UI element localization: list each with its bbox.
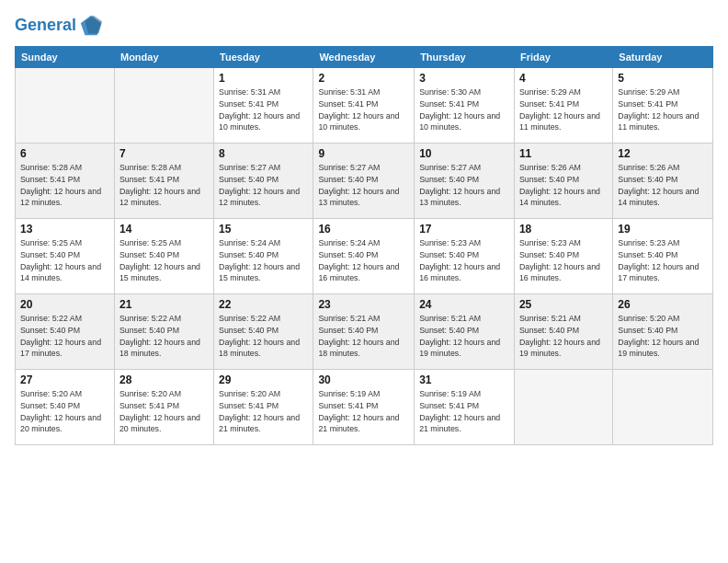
day-info: Sunrise: 5:26 AMSunset: 5:40 PMDaylight:… bbox=[618, 162, 708, 209]
day-number: 5 bbox=[618, 72, 708, 85]
day-number: 10 bbox=[419, 147, 509, 160]
calendar-cell: 27Sunrise: 5:20 AMSunset: 5:40 PMDayligh… bbox=[16, 370, 115, 445]
day-info: Sunrise: 5:20 AMSunset: 5:40 PMDaylight:… bbox=[20, 388, 109, 435]
calendar-week-row: 27Sunrise: 5:20 AMSunset: 5:40 PMDayligh… bbox=[16, 370, 713, 445]
calendar-week-row: 1Sunrise: 5:31 AMSunset: 5:41 PMDaylight… bbox=[16, 68, 713, 144]
day-info: Sunrise: 5:28 AMSunset: 5:41 PMDaylight:… bbox=[20, 162, 109, 209]
calendar-page: General SundayMondayTuesdayWednesdayThur… bbox=[0, 0, 728, 563]
calendar-cell bbox=[16, 68, 115, 144]
calendar-cell: 6Sunrise: 5:28 AMSunset: 5:41 PMDaylight… bbox=[16, 144, 115, 219]
day-number: 24 bbox=[419, 298, 509, 311]
calendar-cell: 12Sunrise: 5:26 AMSunset: 5:40 PMDayligh… bbox=[613, 144, 713, 219]
calendar-cell: 30Sunrise: 5:19 AMSunset: 5:41 PMDayligh… bbox=[313, 370, 415, 445]
day-info: Sunrise: 5:27 AMSunset: 5:40 PMDaylight:… bbox=[419, 162, 509, 209]
day-info: Sunrise: 5:26 AMSunset: 5:40 PMDaylight:… bbox=[519, 162, 608, 209]
day-info: Sunrise: 5:28 AMSunset: 5:41 PMDaylight:… bbox=[119, 162, 209, 209]
calendar-cell: 29Sunrise: 5:20 AMSunset: 5:41 PMDayligh… bbox=[214, 370, 313, 445]
calendar-cell: 4Sunrise: 5:29 AMSunset: 5:41 PMDaylight… bbox=[514, 68, 612, 144]
day-info: Sunrise: 5:24 AMSunset: 5:40 PMDaylight:… bbox=[318, 237, 409, 284]
day-number: 30 bbox=[318, 373, 409, 386]
calendar-cell: 11Sunrise: 5:26 AMSunset: 5:40 PMDayligh… bbox=[514, 144, 612, 219]
day-info: Sunrise: 5:24 AMSunset: 5:40 PMDaylight:… bbox=[219, 237, 308, 284]
day-info: Sunrise: 5:25 AMSunset: 5:40 PMDaylight:… bbox=[20, 237, 109, 284]
calendar-cell: 22Sunrise: 5:22 AMSunset: 5:40 PMDayligh… bbox=[214, 294, 313, 370]
day-number: 4 bbox=[519, 72, 608, 85]
weekday-header-saturday: Saturday bbox=[613, 47, 713, 68]
calendar-cell: 7Sunrise: 5:28 AMSunset: 5:41 PMDaylight… bbox=[114, 144, 213, 219]
calendar-table: SundayMondayTuesdayWednesdayThursdayFrid… bbox=[15, 46, 713, 445]
day-number: 21 bbox=[119, 298, 209, 311]
day-info: Sunrise: 5:23 AMSunset: 5:40 PMDaylight:… bbox=[419, 237, 509, 284]
day-number: 17 bbox=[419, 223, 509, 236]
day-number: 15 bbox=[219, 223, 308, 236]
calendar-cell: 24Sunrise: 5:21 AMSunset: 5:40 PMDayligh… bbox=[415, 294, 515, 370]
calendar-cell: 8Sunrise: 5:27 AMSunset: 5:40 PMDaylight… bbox=[214, 144, 313, 219]
day-number: 18 bbox=[519, 223, 608, 236]
calendar-cell: 1Sunrise: 5:31 AMSunset: 5:41 PMDaylight… bbox=[214, 68, 313, 144]
day-number: 31 bbox=[419, 373, 509, 386]
day-info: Sunrise: 5:20 AMSunset: 5:41 PMDaylight:… bbox=[219, 388, 308, 435]
day-info: Sunrise: 5:22 AMSunset: 5:40 PMDaylight:… bbox=[119, 313, 209, 360]
logo-text: General bbox=[15, 17, 76, 35]
day-info: Sunrise: 5:27 AMSunset: 5:40 PMDaylight:… bbox=[219, 162, 308, 209]
calendar-cell: 18Sunrise: 5:23 AMSunset: 5:40 PMDayligh… bbox=[514, 219, 612, 294]
weekday-header-tuesday: Tuesday bbox=[214, 47, 313, 68]
day-number: 22 bbox=[219, 298, 308, 311]
calendar-cell: 21Sunrise: 5:22 AMSunset: 5:40 PMDayligh… bbox=[114, 294, 213, 370]
day-info: Sunrise: 5:27 AMSunset: 5:40 PMDaylight:… bbox=[318, 162, 409, 209]
calendar-cell bbox=[514, 370, 612, 445]
day-number: 2 bbox=[318, 72, 409, 85]
weekday-header-sunday: Sunday bbox=[16, 47, 115, 68]
day-info: Sunrise: 5:23 AMSunset: 5:40 PMDaylight:… bbox=[618, 237, 708, 284]
day-number: 8 bbox=[219, 147, 308, 160]
day-info: Sunrise: 5:31 AMSunset: 5:41 PMDaylight:… bbox=[219, 86, 308, 133]
day-number: 19 bbox=[618, 223, 708, 236]
day-number: 1 bbox=[219, 72, 308, 85]
day-number: 14 bbox=[119, 223, 209, 236]
day-info: Sunrise: 5:20 AMSunset: 5:41 PMDaylight:… bbox=[119, 388, 209, 435]
day-info: Sunrise: 5:22 AMSunset: 5:40 PMDaylight:… bbox=[20, 313, 109, 360]
day-number: 26 bbox=[618, 298, 708, 311]
calendar-cell: 2Sunrise: 5:31 AMSunset: 5:41 PMDaylight… bbox=[313, 68, 415, 144]
calendar-cell: 17Sunrise: 5:23 AMSunset: 5:40 PMDayligh… bbox=[415, 219, 515, 294]
day-info: Sunrise: 5:21 AMSunset: 5:40 PMDaylight:… bbox=[419, 313, 509, 360]
day-number: 9 bbox=[318, 147, 409, 160]
calendar-cell: 20Sunrise: 5:22 AMSunset: 5:40 PMDayligh… bbox=[16, 294, 115, 370]
calendar-cell: 16Sunrise: 5:24 AMSunset: 5:40 PMDayligh… bbox=[313, 219, 415, 294]
weekday-header-thursday: Thursday bbox=[415, 47, 515, 68]
calendar-week-row: 6Sunrise: 5:28 AMSunset: 5:41 PMDaylight… bbox=[16, 144, 713, 219]
calendar-cell: 15Sunrise: 5:24 AMSunset: 5:40 PMDayligh… bbox=[214, 219, 313, 294]
day-number: 16 bbox=[318, 223, 409, 236]
day-info: Sunrise: 5:30 AMSunset: 5:41 PMDaylight:… bbox=[419, 86, 509, 133]
day-info: Sunrise: 5:31 AMSunset: 5:41 PMDaylight:… bbox=[318, 86, 409, 133]
calendar-week-row: 13Sunrise: 5:25 AMSunset: 5:40 PMDayligh… bbox=[16, 219, 713, 294]
day-info: Sunrise: 5:22 AMSunset: 5:40 PMDaylight:… bbox=[219, 313, 308, 360]
day-info: Sunrise: 5:19 AMSunset: 5:41 PMDaylight:… bbox=[419, 388, 509, 435]
day-number: 23 bbox=[318, 298, 409, 311]
calendar-cell: 25Sunrise: 5:21 AMSunset: 5:40 PMDayligh… bbox=[514, 294, 612, 370]
calendar-cell: 19Sunrise: 5:23 AMSunset: 5:40 PMDayligh… bbox=[613, 219, 713, 294]
day-number: 13 bbox=[20, 223, 109, 236]
day-info: Sunrise: 5:25 AMSunset: 5:40 PMDaylight:… bbox=[119, 237, 209, 284]
calendar-cell: 14Sunrise: 5:25 AMSunset: 5:40 PMDayligh… bbox=[114, 219, 213, 294]
day-info: Sunrise: 5:29 AMSunset: 5:41 PMDaylight:… bbox=[618, 86, 708, 133]
weekday-header-friday: Friday bbox=[514, 47, 612, 68]
weekday-header-monday: Monday bbox=[114, 47, 213, 68]
calendar-cell: 23Sunrise: 5:21 AMSunset: 5:40 PMDayligh… bbox=[313, 294, 415, 370]
logo-icon bbox=[78, 13, 104, 39]
day-number: 25 bbox=[519, 298, 608, 311]
day-number: 3 bbox=[419, 72, 509, 85]
calendar-cell: 13Sunrise: 5:25 AMSunset: 5:40 PMDayligh… bbox=[16, 219, 115, 294]
day-number: 6 bbox=[20, 147, 109, 160]
day-info: Sunrise: 5:19 AMSunset: 5:41 PMDaylight:… bbox=[318, 388, 409, 435]
day-number: 28 bbox=[119, 373, 209, 386]
calendar-cell: 28Sunrise: 5:20 AMSunset: 5:41 PMDayligh… bbox=[114, 370, 213, 445]
day-info: Sunrise: 5:20 AMSunset: 5:40 PMDaylight:… bbox=[618, 313, 708, 360]
logo: General bbox=[15, 13, 104, 39]
day-number: 7 bbox=[119, 147, 209, 160]
day-info: Sunrise: 5:21 AMSunset: 5:40 PMDaylight:… bbox=[519, 313, 608, 360]
calendar-cell: 3Sunrise: 5:30 AMSunset: 5:41 PMDaylight… bbox=[415, 68, 515, 144]
calendar-cell: 31Sunrise: 5:19 AMSunset: 5:41 PMDayligh… bbox=[415, 370, 515, 445]
day-number: 29 bbox=[219, 373, 308, 386]
calendar-cell: 26Sunrise: 5:20 AMSunset: 5:40 PMDayligh… bbox=[613, 294, 713, 370]
